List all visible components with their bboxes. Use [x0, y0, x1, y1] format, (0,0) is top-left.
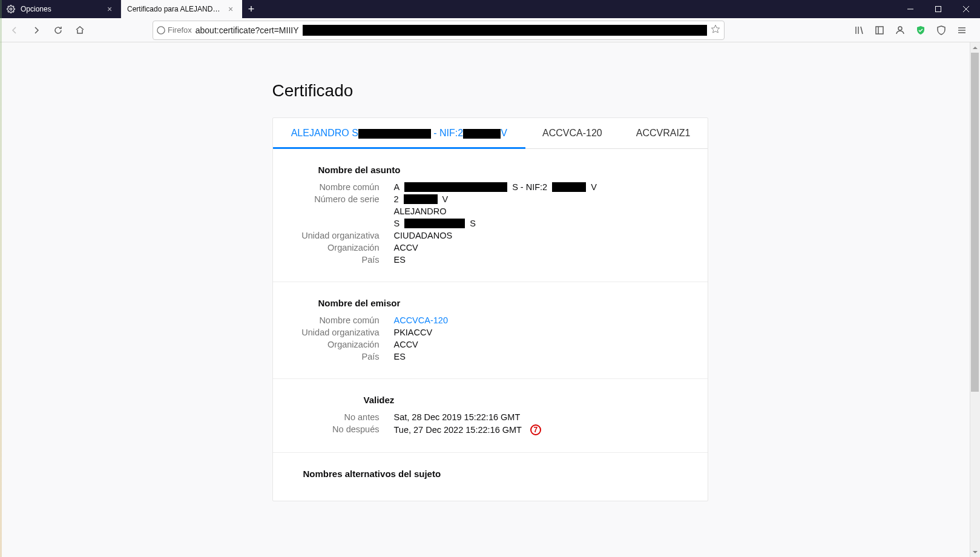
sidebar-button[interactable] [870, 21, 889, 40]
certificate-tabs: ALEJANDRO S - NIF:2V ACCVCA-120 ACCVRAIZ… [273, 118, 708, 149]
field-label: No antes [273, 412, 394, 422]
url-text: about:certificate?cert=MIIIY [196, 25, 299, 35]
redacted [358, 129, 431, 139]
section-subject: Nombre del asunto Nombre común AS - NIF:… [273, 149, 708, 282]
value-part: S - NIF:2 [512, 182, 547, 192]
field-label: Nombre común [273, 182, 394, 192]
cert-tab-label-part: - NIF:2 [431, 128, 463, 138]
field-label: País [273, 255, 394, 265]
value-part: S [394, 219, 400, 228]
field-value: Tue, 27 Dec 2022 15:22:16 GMT 7 [394, 424, 541, 435]
close-window-button[interactable] [952, 0, 980, 18]
svg-point-5 [157, 26, 165, 33]
tab-certificado[interactable]: Certificado para ALEJANDRO S████ × [121, 0, 242, 18]
maximize-button[interactable] [924, 0, 952, 18]
minimize-button[interactable] [896, 0, 924, 18]
new-tab-button[interactable]: + [242, 0, 260, 18]
value-part: 2 [394, 194, 399, 204]
scrollbar-thumb[interactable] [971, 53, 979, 392]
window-controls [896, 0, 980, 18]
redacted [404, 194, 438, 204]
field-label: Unidad organizativa [273, 231, 394, 240]
tab-title: Opciones [21, 5, 100, 13]
redacted [463, 129, 501, 139]
value-part: S [470, 219, 476, 228]
field-value: CIUDADANOS [394, 231, 453, 240]
url-bar[interactable]: Firefox about:certificate?cert=MIIIY [153, 21, 725, 40]
back-button[interactable] [5, 21, 24, 40]
svg-rect-10 [876, 27, 883, 34]
redacted [404, 182, 507, 192]
section-issuer: Nombre del emisor Nombre comúnACCVCA-120… [273, 282, 708, 379]
svg-line-9 [861, 27, 863, 34]
shield-icon[interactable] [911, 21, 930, 40]
identity-label: Firefox [168, 25, 192, 35]
window-titlebar: Opciones × Certificado para ALEJANDRO S█… [0, 0, 980, 18]
field-value: 2V [394, 194, 449, 204]
value-text: Tue, 27 Dec 2022 15:22:16 GMT [394, 425, 522, 435]
value-part: V [442, 194, 449, 204]
navigation-toolbar: Firefox about:certificate?cert=MIIIY [0, 18, 980, 42]
page-content: Certificado ALEJANDRO S - NIF:2V ACCVCA-… [0, 42, 980, 557]
field-label: Número de serie [273, 194, 394, 204]
scroll-down-icon[interactable] [970, 547, 980, 557]
section-title: Nombre del asunto [318, 165, 683, 175]
gear-icon [6, 4, 16, 14]
field-value: ES [394, 255, 406, 265]
field-label: País [273, 352, 394, 361]
value-part: A [394, 182, 400, 192]
certificate-card: ALEJANDRO S - NIF:2V ACCVCA-120 ACCVRAIZ… [272, 117, 708, 501]
page-heading: Certificado [272, 81, 708, 101]
account-button[interactable] [890, 21, 910, 40]
field-value: ACCV [394, 243, 418, 252]
tab-title: Certificado para ALEJANDRO S████ [127, 5, 221, 13]
section-validity: Validez No antesSat, 28 Dec 2019 15:22:1… [273, 379, 708, 453]
firefox-icon [157, 26, 165, 35]
field-value: SS [394, 219, 476, 228]
scrollbar[interactable] [970, 42, 980, 557]
annotation-badge: 7 [530, 424, 541, 435]
section-title: Nombres alternativos del sujeto [303, 469, 683, 479]
svg-point-0 [10, 8, 12, 10]
field-label: Nombre común [273, 315, 394, 325]
scroll-up-icon[interactable] [970, 42, 980, 53]
home-button[interactable] [70, 21, 90, 40]
svg-rect-2 [936, 7, 941, 12]
cert-tab-accvraiz[interactable]: ACCVRAIZ1 [619, 118, 708, 148]
redacted [404, 219, 465, 228]
menu-button[interactable] [952, 21, 972, 40]
close-icon[interactable]: × [105, 4, 114, 14]
issuer-cn-link[interactable]: ACCVCA-120 [394, 315, 448, 325]
tab-opciones[interactable]: Opciones × [0, 0, 121, 18]
bookmark-star-icon[interactable] [711, 24, 720, 36]
field-label: Organización [273, 243, 394, 252]
toolbar-right [849, 21, 975, 40]
section-san: Nombres alternativos del sujeto [273, 453, 708, 501]
field-value: Sat, 28 Dec 2019 15:22:16 GMT [394, 412, 521, 422]
field-label: Unidad organizativa [273, 328, 394, 337]
field-value: ES [394, 352, 406, 361]
cert-tab-label-part: ALEJANDRO S [291, 128, 358, 138]
cert-tab-subject[interactable]: ALEJANDRO S - NIF:2V [273, 118, 526, 148]
field-label: Organización [273, 340, 394, 349]
cert-tab-accvca[interactable]: ACCVCA-120 [525, 118, 619, 148]
field-value: PKIACCV [394, 328, 433, 337]
identity-box[interactable]: Firefox [157, 25, 192, 35]
url-redacted [303, 25, 707, 36]
field-value: ACCV [394, 340, 418, 349]
section-title: Nombre del emisor [318, 298, 683, 308]
library-button[interactable] [849, 21, 869, 40]
svg-marker-6 [711, 25, 719, 33]
extension-icon[interactable] [932, 21, 951, 40]
field-value: ALEJANDRO [394, 206, 447, 216]
field-label: No después [273, 424, 394, 434]
forward-button[interactable] [27, 21, 46, 40]
value-part: V [591, 182, 597, 192]
field-value: AS - NIF:2V [394, 182, 597, 192]
redacted [552, 182, 586, 192]
cert-tab-label-part: V [501, 128, 507, 138]
close-icon[interactable]: × [226, 4, 235, 14]
section-title: Validez [364, 395, 683, 405]
svg-point-12 [898, 27, 902, 30]
reload-button[interactable] [48, 21, 68, 40]
